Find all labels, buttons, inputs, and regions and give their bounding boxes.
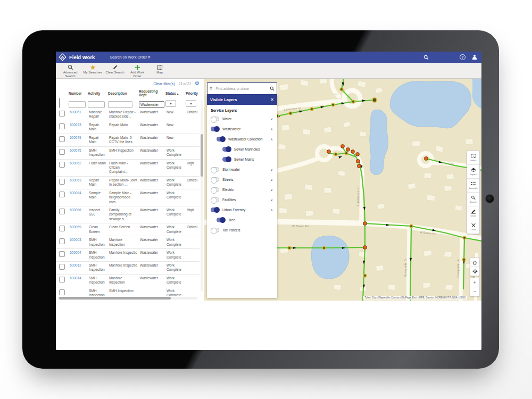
chevron-down-icon[interactable]: ∨ [271, 188, 273, 192]
layer-list: Water ∨ Wastewater ∧ Wastewater Collecti… [207, 114, 277, 235]
row-checkbox[interactable] [59, 209, 65, 214]
help-icon[interactable]: ? [460, 54, 466, 60]
work-order-600061-link[interactable]: 600061 [70, 110, 89, 114]
cell-status: Work Complete [167, 178, 187, 187]
chevron-up-icon[interactable]: ∧ [271, 127, 273, 131]
scrollbar-thumb[interactable] [201, 134, 203, 177]
work-order-600073-link[interactable]: 600073 [70, 123, 89, 127]
column-header-number[interactable]: Number [69, 92, 88, 95]
work-order-600069-link[interactable]: 600069 [70, 225, 89, 229]
row-checkbox[interactable] [59, 192, 65, 197]
cell-description: Clean Screen [109, 225, 140, 229]
clear-filters-link[interactable]: Clear filter(s) [153, 82, 174, 86]
row-checkbox[interactable] [59, 179, 65, 185]
row-checkbox[interactable] [59, 136, 65, 142]
layer-row: Sewer Manholes [207, 144, 277, 154]
work-order-600062-link[interactable]: 600062 [70, 161, 89, 165]
layer-toggle-urban-forestry[interactable] [211, 207, 219, 212]
column-header-status[interactable]: Status ▴ [165, 92, 186, 95]
work-order-600004-link[interactable]: 600004 [70, 251, 89, 255]
select-all-checkbox[interactable] [59, 98, 60, 108]
work-order-600063-link[interactable]: 600063 [70, 178, 89, 182]
layer-toggle-streets[interactable] [211, 177, 219, 182]
chevron-down-icon[interactable]: ∨ [271, 168, 273, 171]
chevron-down-icon[interactable]: ∨ [271, 117, 273, 121]
layer-toggle-tax-parcels[interactable] [211, 228, 219, 232]
cell-description: Manhole Repair - cracked side... [109, 110, 140, 119]
table-vertical-scrollbar[interactable] [201, 100, 203, 292]
layer-toggle-tree[interactable] [217, 218, 225, 222]
layer-toggle-wastewater-collection[interactable] [217, 137, 225, 142]
column-header-description[interactable]: Description [108, 92, 139, 95]
work-order-600066-link[interactable]: 600066 [70, 208, 89, 212]
work-order-600079-link[interactable]: 600079 [70, 136, 89, 140]
layer-toggle-sewer-mains[interactable] [222, 157, 231, 162]
work-order-600014-link[interactable]: 600014 [70, 276, 89, 280]
filter-requesting-dept-input[interactable] [139, 101, 164, 108]
cell-requesting-dept: Wastewater [140, 208, 167, 212]
chevron-down-icon[interactable]: ∨ [271, 198, 273, 202]
filter-number-input[interactable] [69, 101, 86, 108]
scrollbar-thumb[interactable] [59, 297, 171, 300]
work-order-search-input[interactable] [109, 55, 423, 60]
gear-icon[interactable]: ⚙ [195, 81, 200, 86]
column-header-requesting-dept[interactable]: Requesting Dept [139, 89, 165, 97]
layer-toggle-facilities[interactable] [211, 197, 219, 202]
layer-toggle-wastewater[interactable] [211, 127, 219, 131]
work-order-600003-link[interactable]: 600003 [70, 238, 89, 242]
cell-requesting-dept: Wastewater [140, 191, 167, 195]
hamburger-menu-icon[interactable]: ≡ [210, 86, 212, 91]
user-account-icon[interactable] [472, 55, 477, 60]
chevron-up-icon[interactable]: ∧ [271, 208, 273, 212]
map-legends-tool[interactable]: Legends [467, 179, 479, 193]
work-order-600075-link[interactable]: 600075 [70, 148, 89, 153]
column-header-activity[interactable]: Activity [88, 92, 108, 95]
map-layers-tool[interactable]: Layers [467, 165, 479, 179]
layer-toggle-water[interactable] [211, 117, 219, 121]
search-icon[interactable] [270, 86, 275, 91]
row-checkbox[interactable] [59, 123, 65, 129]
row-checkbox[interactable] [59, 162, 65, 168]
home-button[interactable] [470, 258, 479, 267]
row-checkbox[interactable] [59, 251, 65, 257]
find-address-input[interactable] [214, 86, 268, 91]
zoom-in-button[interactable]: + [470, 278, 479, 287]
map-select-tool[interactable]: Select [467, 151, 479, 165]
work-order-600012-link[interactable]: 600012 [70, 263, 89, 268]
locate-button[interactable] [470, 267, 479, 276]
search-icon[interactable] [423, 55, 429, 60]
toolbar-add-work-order-button[interactable]: Add Work Order [126, 63, 148, 78]
row-checkbox[interactable] [59, 238, 65, 244]
row-checkbox[interactable] [59, 111, 65, 117]
layer-toggle-stormwater[interactable] [211, 167, 219, 172]
layer-toggle-sewer-manholes[interactable] [222, 147, 231, 152]
table-row: 600063 Repair Main Repair Main- Joint in… [56, 177, 200, 189]
map-draw-tool[interactable]: Draw [467, 206, 479, 220]
row-checkbox[interactable] [59, 289, 65, 295]
map-zoom-controls: + − [470, 278, 480, 296]
chevron-down-icon[interactable]: ∨ [271, 178, 273, 181]
filter-status-dropdown[interactable]: ▾ [165, 100, 176, 107]
zoom-out-button[interactable]: − [470, 287, 479, 296]
column-header-priority[interactable]: Priority [186, 92, 201, 95]
row-checkbox[interactable] [59, 226, 65, 231]
filter-activity-input[interactable] [88, 101, 105, 108]
cell-activity: Inspect SSL [89, 208, 109, 217]
toolbar-map-button[interactable]: Map [148, 63, 171, 74]
row-checkbox[interactable] [59, 149, 65, 155]
filter-priority-dropdown[interactable]: ▾ [186, 100, 196, 107]
chevron-up-icon[interactable]: ∧ [271, 137, 273, 141]
map-view[interactable]: Lawrence Ct 601 W Bauer Rd W Bauer Rd St… [204, 79, 481, 301]
row-checkbox[interactable] [59, 277, 65, 282]
filter-description-input[interactable] [108, 101, 132, 108]
toolbar-advanced-search-button[interactable]: Advanced Search [59, 63, 81, 78]
map-search-tool[interactable]: Search [467, 193, 479, 206]
close-icon[interactable]: ✕ [270, 97, 274, 102]
row-checkbox[interactable] [59, 264, 65, 270]
map-clear-tool[interactable]: Clear [467, 220, 479, 234]
toolbar-clear-search-button[interactable]: Clear Search [104, 63, 126, 74]
toolbar-my-searches-button[interactable]: My Searches [81, 63, 104, 74]
work-order-600064-link[interactable]: 600064 [70, 191, 89, 195]
table-horizontal-scrollbar[interactable] [58, 297, 197, 300]
layer-toggle-electric[interactable] [211, 187, 219, 192]
